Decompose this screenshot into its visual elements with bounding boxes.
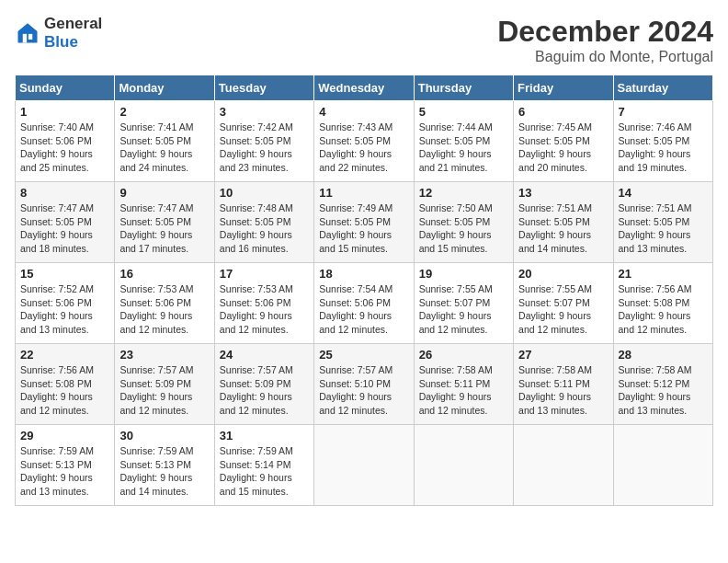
- day-number: 15: [20, 267, 109, 281]
- calendar-cell: 18Sunrise: 7:54 AMSunset: 5:06 PMDayligh…: [314, 263, 414, 344]
- calendar-cell: 2Sunrise: 7:41 AMSunset: 5:05 PMDaylight…: [115, 101, 214, 182]
- calendar-cell: [613, 425, 712, 506]
- day-number: 19: [419, 267, 508, 281]
- weekday-header-wednesday: Wednesday: [314, 75, 414, 101]
- calendar-cell: 24Sunrise: 7:57 AMSunset: 5:09 PMDayligh…: [214, 344, 313, 425]
- weekday-header-row: SundayMondayTuesdayWednesdayThursdayFrid…: [16, 75, 713, 101]
- day-info: Sunrise: 7:51 AMSunset: 5:05 PMDaylight:…: [619, 201, 708, 256]
- calendar-cell: 5Sunrise: 7:44 AMSunset: 5:05 PMDaylight…: [414, 101, 513, 182]
- weekday-header-friday: Friday: [514, 75, 613, 101]
- weekday-header-monday: Monday: [115, 75, 214, 101]
- day-info: Sunrise: 7:59 AMSunset: 5:13 PMDaylight:…: [119, 444, 209, 499]
- day-number: 26: [419, 348, 508, 362]
- calendar-cell: 14Sunrise: 7:51 AMSunset: 5:05 PMDayligh…: [613, 182, 712, 263]
- week-row-2: 8Sunrise: 7:47 AMSunset: 5:05 PMDaylight…: [16, 182, 713, 263]
- calendar-cell: 16Sunrise: 7:53 AMSunset: 5:06 PMDayligh…: [115, 263, 214, 344]
- day-number: 31: [220, 429, 309, 442]
- day-number: 5: [419, 105, 508, 119]
- weekday-header-tuesday: Tuesday: [214, 75, 313, 101]
- day-number: 9: [119, 186, 209, 200]
- calendar-cell: 27Sunrise: 7:58 AMSunset: 5:11 PMDayligh…: [514, 344, 613, 425]
- week-row-3: 15Sunrise: 7:52 AMSunset: 5:06 PMDayligh…: [16, 263, 713, 344]
- calendar-cell: 12Sunrise: 7:50 AMSunset: 5:05 PMDayligh…: [414, 182, 513, 263]
- calendar-cell: 20Sunrise: 7:55 AMSunset: 5:07 PMDayligh…: [514, 263, 613, 344]
- day-number: 27: [518, 348, 608, 362]
- day-number: 14: [619, 186, 708, 200]
- day-info: Sunrise: 7:50 AMSunset: 5:05 PMDaylight:…: [419, 201, 508, 256]
- logo-text: General Blue: [44, 15, 102, 51]
- calendar-cell: 29Sunrise: 7:59 AMSunset: 5:13 PMDayligh…: [16, 425, 115, 506]
- day-number: 3: [220, 105, 309, 119]
- calendar-cell: 9Sunrise: 7:47 AMSunset: 5:05 PMDaylight…: [115, 182, 214, 263]
- day-number: 7: [619, 105, 708, 119]
- day-info: Sunrise: 7:57 AMSunset: 5:09 PMDaylight:…: [119, 363, 209, 418]
- weekday-header-sunday: Sunday: [16, 75, 115, 101]
- day-info: Sunrise: 7:46 AMSunset: 5:05 PMDaylight:…: [619, 121, 708, 175]
- calendar-cell: 11Sunrise: 7:49 AMSunset: 5:05 PMDayligh…: [314, 182, 414, 263]
- day-info: Sunrise: 7:53 AMSunset: 5:06 PMDaylight:…: [119, 282, 209, 337]
- calendar-cell: 7Sunrise: 7:46 AMSunset: 5:05 PMDaylight…: [613, 101, 712, 182]
- day-info: Sunrise: 7:56 AMSunset: 5:08 PMDaylight:…: [20, 363, 109, 418]
- day-number: 4: [319, 105, 408, 119]
- calendar-cell: 17Sunrise: 7:53 AMSunset: 5:06 PMDayligh…: [214, 263, 313, 344]
- day-number: 13: [518, 186, 608, 200]
- day-info: Sunrise: 7:41 AMSunset: 5:05 PMDaylight:…: [119, 121, 209, 175]
- title-block: December 2024 Baguim do Monte, Portugal: [497, 15, 713, 65]
- day-info: Sunrise: 7:58 AMSunset: 5:11 PMDaylight:…: [419, 363, 508, 418]
- calendar-title: December 2024: [497, 15, 713, 49]
- week-row-1: 1Sunrise: 7:40 AMSunset: 5:06 PMDaylight…: [16, 101, 713, 182]
- day-info: Sunrise: 7:57 AMSunset: 5:10 PMDaylight:…: [319, 363, 408, 418]
- day-info: Sunrise: 7:59 AMSunset: 5:13 PMDaylight:…: [20, 444, 109, 499]
- day-info: Sunrise: 7:55 AMSunset: 5:07 PMDaylight:…: [419, 282, 508, 337]
- day-info: Sunrise: 7:52 AMSunset: 5:06 PMDaylight:…: [20, 282, 109, 337]
- day-number: 11: [319, 186, 408, 200]
- calendar-cell: 15Sunrise: 7:52 AMSunset: 5:06 PMDayligh…: [16, 263, 115, 344]
- calendar-cell: 1Sunrise: 7:40 AMSunset: 5:06 PMDaylight…: [16, 101, 115, 182]
- calendar-cell: 31Sunrise: 7:59 AMSunset: 5:14 PMDayligh…: [214, 425, 313, 506]
- weekday-header-thursday: Thursday: [414, 75, 513, 101]
- day-info: Sunrise: 7:43 AMSunset: 5:05 PMDaylight:…: [319, 121, 408, 175]
- day-number: 2: [119, 105, 209, 119]
- day-number: 10: [220, 186, 309, 200]
- calendar-cell: [514, 425, 613, 506]
- day-number: 30: [119, 429, 209, 442]
- calendar-cell: 23Sunrise: 7:57 AMSunset: 5:09 PMDayligh…: [115, 344, 214, 425]
- calendar-cell: 25Sunrise: 7:57 AMSunset: 5:10 PMDayligh…: [314, 344, 414, 425]
- svg-rect-3: [28, 33, 32, 39]
- calendar-cell: 8Sunrise: 7:47 AMSunset: 5:05 PMDaylight…: [16, 182, 115, 263]
- day-number: 24: [220, 348, 309, 362]
- calendar-cell: 26Sunrise: 7:58 AMSunset: 5:11 PMDayligh…: [414, 344, 513, 425]
- calendar-subtitle: Baguim do Monte, Portugal: [497, 49, 713, 65]
- calendar-cell: 21Sunrise: 7:56 AMSunset: 5:08 PMDayligh…: [613, 263, 712, 344]
- calendar-cell: 13Sunrise: 7:51 AMSunset: 5:05 PMDayligh…: [514, 182, 613, 263]
- calendar-table: SundayMondayTuesdayWednesdayThursdayFrid…: [15, 75, 713, 506]
- day-info: Sunrise: 7:49 AMSunset: 5:05 PMDaylight:…: [319, 201, 408, 256]
- calendar-cell: [414, 425, 513, 506]
- calendar-cell: 22Sunrise: 7:56 AMSunset: 5:08 PMDayligh…: [16, 344, 115, 425]
- calendar-cell: 3Sunrise: 7:42 AMSunset: 5:05 PMDaylight…: [214, 101, 313, 182]
- day-number: 23: [119, 348, 209, 362]
- day-number: 16: [119, 267, 209, 281]
- day-number: 22: [20, 348, 109, 362]
- calendar-cell: 6Sunrise: 7:45 AMSunset: 5:05 PMDaylight…: [514, 101, 613, 182]
- day-info: Sunrise: 7:45 AMSunset: 5:05 PMDaylight:…: [518, 121, 608, 175]
- calendar-cell: 10Sunrise: 7:48 AMSunset: 5:05 PMDayligh…: [214, 182, 313, 263]
- logo: General Blue: [15, 15, 102, 51]
- calendar-cell: 30Sunrise: 7:59 AMSunset: 5:13 PMDayligh…: [115, 425, 214, 506]
- svg-rect-2: [23, 33, 27, 42]
- day-info: Sunrise: 7:44 AMSunset: 5:05 PMDaylight:…: [419, 121, 508, 175]
- day-info: Sunrise: 7:42 AMSunset: 5:05 PMDaylight:…: [220, 121, 309, 175]
- day-info: Sunrise: 7:53 AMSunset: 5:06 PMDaylight:…: [220, 282, 309, 337]
- logo-icon: [15, 20, 40, 46]
- day-number: 28: [619, 348, 708, 362]
- day-number: 25: [319, 348, 408, 362]
- day-number: 17: [220, 267, 309, 281]
- day-number: 29: [20, 429, 109, 442]
- day-info: Sunrise: 7:56 AMSunset: 5:08 PMDaylight:…: [619, 282, 708, 337]
- day-number: 1: [20, 105, 109, 119]
- day-info: Sunrise: 7:48 AMSunset: 5:05 PMDaylight:…: [220, 201, 309, 256]
- day-info: Sunrise: 7:54 AMSunset: 5:06 PMDaylight:…: [319, 282, 408, 337]
- calendar-cell: 19Sunrise: 7:55 AMSunset: 5:07 PMDayligh…: [414, 263, 513, 344]
- day-number: 18: [319, 267, 408, 281]
- day-info: Sunrise: 7:58 AMSunset: 5:12 PMDaylight:…: [619, 363, 708, 418]
